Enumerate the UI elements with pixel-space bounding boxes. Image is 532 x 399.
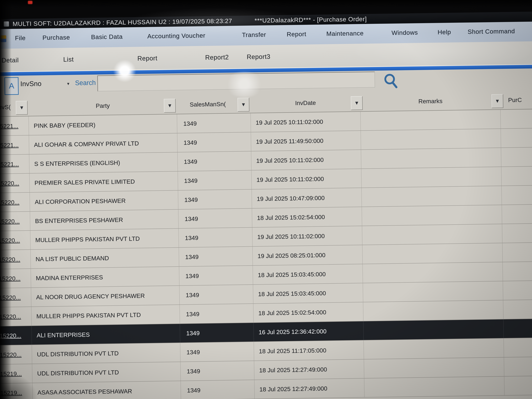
tab[interactable]: Report2 xyxy=(205,53,229,61)
search-input[interactable] xyxy=(97,72,375,91)
cell-salesmansno: 1349 xyxy=(179,228,253,247)
bezel-top-shadow xyxy=(0,0,532,8)
cell-party: S S ENTERPRISES (ENGLISH) xyxy=(29,152,178,173)
menu-item[interactable]: Report xyxy=(287,31,306,38)
menu-item[interactable]: Basic Data xyxy=(91,33,123,41)
invdate-filter-dropdown[interactable]: ▾ xyxy=(351,96,363,110)
column-header-invdate[interactable]: InvDate xyxy=(251,98,361,107)
tab[interactable]: Detail xyxy=(1,56,19,64)
menu-item[interactable]: Windows xyxy=(392,29,418,37)
chevron-down-icon: ▾ xyxy=(242,101,245,108)
cell-salesmansno: 1349 xyxy=(178,171,252,190)
cell-salesmansno: 1349 xyxy=(181,380,255,399)
cell-salesmansno: 1349 xyxy=(179,247,253,266)
cell-remarks xyxy=(364,357,504,378)
cell-party: MULLER PHIPPS PAKISTAN PVT LTD xyxy=(31,305,180,326)
cell-party: PREMIER SALES PRIVATE LIMITED xyxy=(30,171,178,192)
remarks-filter-dropdown[interactable]: ▾ xyxy=(491,94,503,108)
cell-purc xyxy=(501,176,532,176)
cell-remarks xyxy=(361,167,502,188)
cell-invdate: 19 Jul 2025 11:49:50:000 xyxy=(251,131,361,151)
chevron-down-icon: ▾ xyxy=(355,99,358,106)
cell-salesmansno: 1349 xyxy=(177,132,251,152)
cell-purc xyxy=(502,195,532,195)
cell-purc xyxy=(502,214,532,214)
app-window: MULTI SOFT: U2DALAZAKRD : FAZAL HUSSAIN … xyxy=(0,11,532,399)
cell-invsno: 15220... xyxy=(0,326,32,345)
column-header-party[interactable]: Party xyxy=(29,101,177,110)
cell-invsno: 15219... xyxy=(0,364,32,383)
cell-invsno: 15220... xyxy=(0,174,30,193)
column-header-purc[interactable]: PurC xyxy=(500,96,532,104)
cell-purc xyxy=(503,309,532,310)
menu-item[interactable]: Purchase xyxy=(43,34,70,41)
format-a-button[interactable]: A xyxy=(4,77,19,95)
cell-purc xyxy=(504,328,532,329)
cell-invsno: 15221... xyxy=(0,154,30,174)
menu-item[interactable]: Transfer xyxy=(242,31,266,38)
tab[interactable]: Report xyxy=(137,55,158,62)
cell-invdate: 19 Jul 2025 10:47:09:000 xyxy=(252,188,362,208)
party-filter-dropdown[interactable]: ▾ xyxy=(164,99,176,113)
chevron-down-icon: ▾ xyxy=(168,102,171,109)
search-label: Search xyxy=(75,79,96,87)
salesmansno-filter-dropdown[interactable]: ▾ xyxy=(237,98,249,112)
cell-invdate: 19 Jul 2025 08:25:01:000 xyxy=(253,245,363,265)
cell-purc xyxy=(504,385,532,386)
cell-party: UDL DISTRIBUTION PVT LTD xyxy=(32,362,181,383)
cell-invsno: 15220... xyxy=(0,307,32,326)
cell-purc xyxy=(503,271,532,272)
column-header-remarks[interactable]: Remarks xyxy=(360,96,500,106)
cell-invdate: 16 Jul 2025 12:36:42:000 xyxy=(253,321,364,342)
invsno-filter-dropdown[interactable]: ▾ xyxy=(16,101,28,115)
table-body: 15221... PINK BABY (FEEDER) 1349 19 Jul … xyxy=(0,109,532,399)
cell-invdate: 18 Jul 2025 12:27:49:000 xyxy=(254,360,364,380)
purchase-order-table: InvS( Party SalesManSn( InvDate Remarks … xyxy=(0,90,532,399)
cell-purc xyxy=(502,233,532,233)
cell-invdate: 19 Jul 2025 10:11:02:000 xyxy=(251,112,361,132)
cell-remarks xyxy=(362,224,502,245)
tab[interactable]: List xyxy=(63,56,74,63)
cell-party: ALI ENTERPRISES xyxy=(32,324,180,345)
cell-remarks xyxy=(362,186,502,207)
tab[interactable]: Report3 xyxy=(247,53,271,61)
window-title: MULTI SOFT: U2DALAZAKRD : FAZAL HUSSAIN … xyxy=(13,17,232,27)
app-icon xyxy=(4,21,9,27)
cell-invdate: 19 Jul 2025 10:11:02:000 xyxy=(251,150,361,170)
cell-salesmansno: 1349 xyxy=(179,266,253,285)
cell-invsno: 15220... xyxy=(0,250,31,269)
cell-invdate: 18 Jul 2025 15:02:54:000 xyxy=(253,302,363,323)
cell-purc xyxy=(501,156,532,157)
cell-remarks xyxy=(362,243,503,264)
cell-party: MADINA ENTERPRISES xyxy=(31,267,179,287)
cell-party: ALI GOHAR & COMPANY PRIVAT LTD xyxy=(29,133,178,154)
cell-invdate: 18 Jul 2025 15:03:45:000 xyxy=(253,264,363,285)
menu-item[interactable]: Short Command xyxy=(468,27,515,35)
cell-remarks xyxy=(364,376,505,397)
cell-purc xyxy=(504,347,532,348)
cell-salesmansno: 1349 xyxy=(179,285,253,304)
cell-invsno: 15220... xyxy=(0,212,30,231)
cell-purc xyxy=(501,137,532,138)
record-led-icon xyxy=(28,1,32,4)
cell-invdate: 18 Jul 2025 11:17:05:000 xyxy=(254,340,364,361)
cell-invdate: 18 Jul 2025 15:02:54:000 xyxy=(252,207,362,227)
cell-purc xyxy=(503,290,532,291)
cell-salesmansno: 1349 xyxy=(181,361,254,381)
cell-salesmansno: 1349 xyxy=(180,342,254,362)
cell-party: PINK BABY (FEEDER) xyxy=(29,114,177,135)
search-icon[interactable] xyxy=(383,72,399,89)
cell-purc xyxy=(501,118,532,119)
cell-party: ALI CORPORATION PESHAWER xyxy=(30,190,178,211)
search-field-selector[interactable]: InvSno xyxy=(20,80,42,88)
cell-party: UDL DISTRIBUTION PVT LTD xyxy=(32,343,181,364)
menu-item[interactable]: Help xyxy=(437,28,451,36)
cell-invsno: 15220... xyxy=(0,231,31,250)
cell-remarks xyxy=(363,281,503,302)
menu-item[interactable]: Accounting Voucher xyxy=(147,32,205,40)
menu-item[interactable]: Maintenance xyxy=(326,30,364,37)
menu-item[interactable]: File xyxy=(15,34,26,42)
cell-party: NA LIST PUBLIC DEMAND xyxy=(31,248,179,268)
cell-remarks xyxy=(363,262,503,283)
chevron-down-icon[interactable]: ▾ xyxy=(67,81,70,86)
